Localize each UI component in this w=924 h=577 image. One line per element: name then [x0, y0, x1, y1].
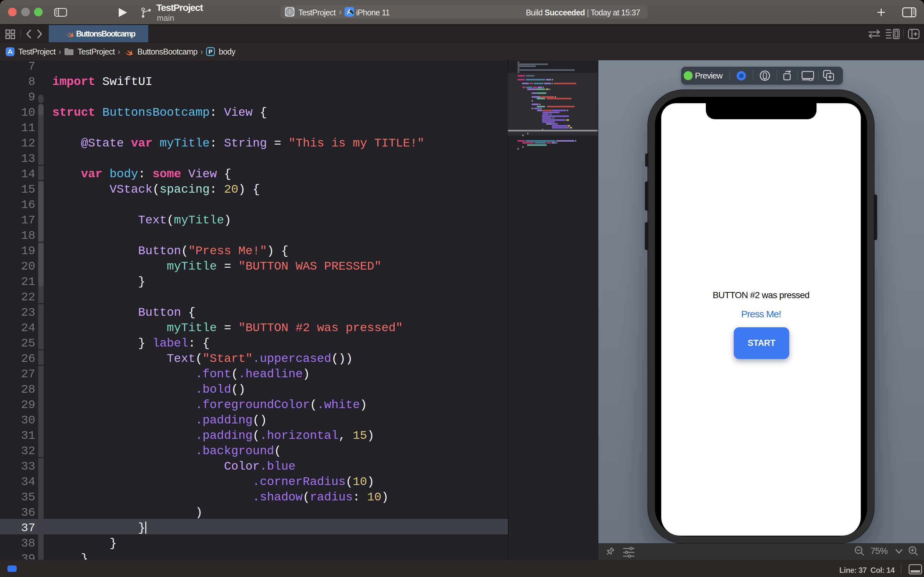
svg-text:P: P: [208, 49, 212, 55]
